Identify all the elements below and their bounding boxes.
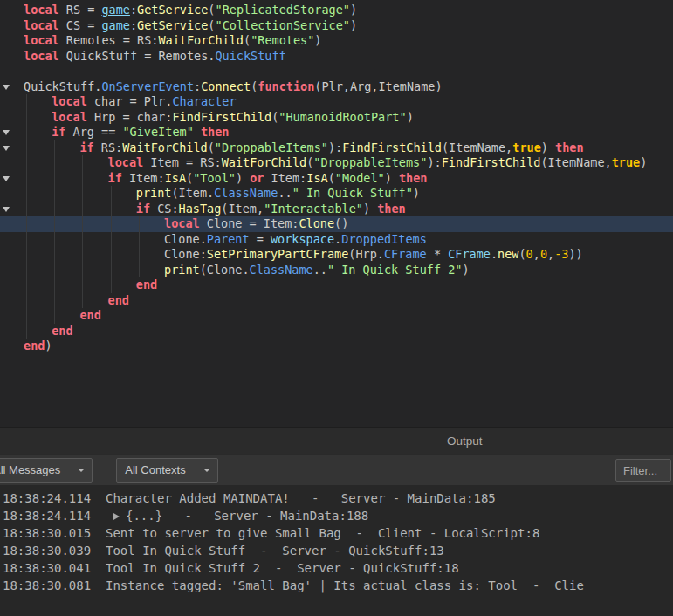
code-token: "Remotes" xyxy=(251,33,314,47)
indent-guide xyxy=(54,247,55,263)
code-token: print xyxy=(164,263,200,277)
indent-guide xyxy=(54,140,55,156)
code-token: ( xyxy=(208,140,215,154)
output-log-row[interactable]: 18:38:30.041 Tool In Quick Stuff 2 - Ser… xyxy=(3,559,673,577)
code-token: ) xyxy=(385,171,399,185)
fold-arrow-icon[interactable] xyxy=(3,146,10,151)
indent-guide xyxy=(26,247,27,263)
indent-guide xyxy=(82,186,83,202)
code-line[interactable]: local char = Plr.Character xyxy=(0,94,673,110)
indent-guide xyxy=(26,277,27,293)
code-line[interactable]: local Clone = Item:Clone() xyxy=(0,216,673,232)
code-token: "Model" xyxy=(335,171,385,185)
code-line[interactable]: local Hrp = char:FindFirstChild("Humanoi… xyxy=(0,110,673,126)
code-token: ) xyxy=(407,110,414,124)
code-line[interactable]: local RS = game:GetService("ReplicatedSt… xyxy=(0,3,673,18)
indent-guide xyxy=(111,202,112,217)
code-token: or xyxy=(250,171,264,185)
code-line[interactable]: if Item:IsA("Tool") or Item:IsA("Model")… xyxy=(0,171,673,187)
code-token: local xyxy=(52,94,87,108)
code-token: Item: xyxy=(122,171,165,185)
code-token: function xyxy=(258,79,314,93)
code-token: . xyxy=(491,247,498,261)
code-token: game xyxy=(101,18,130,32)
code-line[interactable]: end xyxy=(0,308,673,324)
chevron-zone xyxy=(196,459,217,482)
contexts-filter-dropdown[interactable]: All Contexts xyxy=(116,458,217,483)
code-line[interactable]: Clone.Parent = workspace.DroppedItems xyxy=(0,232,673,248)
code-token: "CollectionService" xyxy=(216,18,350,32)
code-line[interactable]: end xyxy=(0,324,673,339)
output-log-row[interactable]: 18:38:30.039 Tool In Quick Stuff - Serve… xyxy=(3,542,673,559)
code-line[interactable] xyxy=(0,64,673,79)
code-line[interactable]: local CS = game:GetService("CollectionSe… xyxy=(0,18,673,34)
code-token: FindFirstChild xyxy=(342,140,442,154)
indent-guide xyxy=(26,94,27,110)
code-token: "HumanoidRootPart" xyxy=(278,110,406,124)
output-log-row[interactable]: 18:38:30.015 Sent to server to give Smal… xyxy=(3,524,673,542)
expand-arrow-icon[interactable] xyxy=(113,513,120,520)
code-token: ) xyxy=(363,202,377,216)
code-token: ) xyxy=(541,140,555,154)
code-token: "DroppableItems" xyxy=(313,155,427,169)
indent-guide xyxy=(111,232,112,248)
filter-input[interactable]: Filter... xyxy=(615,459,671,482)
code-token: )) xyxy=(568,247,582,261)
code-token: Connect xyxy=(201,79,251,93)
indent-guide xyxy=(82,216,83,232)
code-token: ( xyxy=(208,18,215,32)
code-token: Clone: xyxy=(164,247,207,261)
output-log-list[interactable]: 18:38:24.114 Character Added MAINDATA! -… xyxy=(0,485,673,616)
messages-filter-dropdown[interactable]: All Messages xyxy=(0,458,93,483)
code-line[interactable]: local Item = RS:WaitForChild("DroppableI… xyxy=(0,155,673,171)
log-message: Tool In Quick Stuff - Server - QuickStuf… xyxy=(106,544,444,558)
script-editor[interactable]: local RS = game:GetService("ReplicatedSt… xyxy=(0,0,673,427)
code-token: WaitForChild xyxy=(122,140,208,154)
code-line[interactable]: local QuickStuff = Remotes.QuickStuff xyxy=(0,49,673,65)
code-line[interactable]: end) xyxy=(0,339,673,354)
code-token: .. xyxy=(278,186,292,200)
code-line[interactable]: if RS:WaitForChild("DroppableItems"):Fin… xyxy=(0,140,673,156)
roblox-studio-window: local RS = game:GetService("ReplicatedSt… xyxy=(0,0,673,616)
indent-guide xyxy=(139,263,140,278)
fold-arrow-icon[interactable] xyxy=(3,85,10,90)
code-line[interactable]: end xyxy=(0,293,673,309)
code-token: ) xyxy=(462,263,469,277)
indent-guide xyxy=(26,293,27,309)
indent-guide xyxy=(111,277,112,293)
code-token: IsA xyxy=(165,171,186,185)
code-token: ( xyxy=(244,33,251,47)
fold-arrow-icon[interactable] xyxy=(3,130,10,135)
code-token: Clone. xyxy=(164,232,207,246)
code-line[interactable]: print(Clone.ClassName.." In Quick Stuff … xyxy=(0,263,673,278)
code-token: "Tool" xyxy=(193,171,236,185)
code-token: WaitForChild xyxy=(158,33,244,47)
fold-arrow-icon[interactable] xyxy=(3,176,10,181)
code-token: if xyxy=(136,202,150,216)
fold-arrow-icon[interactable] xyxy=(3,207,10,212)
code-line[interactable]: if CS:HasTag(Item,"Interactable") then xyxy=(0,202,673,217)
code-line[interactable]: print(Item.ClassName.." In Quick Stuff") xyxy=(0,186,673,202)
code-line[interactable]: QuickStuff.OnServerEvent:Connect(functio… xyxy=(0,79,673,95)
code-token: local xyxy=(24,33,59,47)
indent-guide xyxy=(111,216,112,232)
code-token: local xyxy=(24,18,59,32)
code-token: "GiveItem" xyxy=(122,125,193,139)
output-log-row[interactable]: 18:38:24.114 Character Added MAINDATA! -… xyxy=(3,489,673,507)
code-line[interactable]: if Arg == "GiveItem" then xyxy=(0,125,673,140)
messages-filter-label: All Messages xyxy=(0,463,60,476)
code-token: * xyxy=(427,247,448,261)
indent-guide xyxy=(54,277,55,293)
code-line[interactable]: Clone:SetPrimaryPartCFrame(Hrp.CFrame * … xyxy=(0,247,673,263)
code-token: print xyxy=(136,186,172,200)
indent-guide xyxy=(54,171,55,187)
output-header[interactable]: Output xyxy=(0,427,673,454)
log-message: Instance tagged: 'Small Bag' | Its actua… xyxy=(106,578,584,592)
code-line[interactable]: local Remotes = RS:WaitForChild("Remotes… xyxy=(0,33,673,49)
output-log-row[interactable]: 18:38:24.114 {...} - Server - MainData:1… xyxy=(3,507,673,524)
code-token: Parent xyxy=(207,232,250,246)
code-line[interactable]: end xyxy=(0,277,673,293)
output-log-row[interactable]: 18:38:30.081 Instance tagged: 'Small Bag… xyxy=(3,577,673,594)
indent-guide xyxy=(26,308,27,324)
code-token: SetPrimaryPartCFrame xyxy=(207,247,349,261)
